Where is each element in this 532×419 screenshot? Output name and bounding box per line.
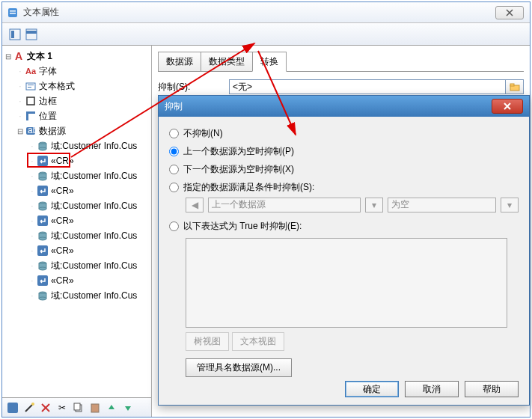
- top-toolbar: [2, 23, 530, 46]
- tree-item[interactable]: ·位置: [4, 108, 150, 123]
- window-title: 文本属性: [23, 6, 495, 19]
- tab-datasource[interactable]: 数据源: [158, 52, 201, 71]
- suppress-browse-button[interactable]: [506, 79, 524, 94]
- radio-condition[interactable]: 指定的数据源满足条件时抑制(S):: [169, 178, 519, 196]
- tree-item[interactable]: ·域:Customer Info.Cus: [4, 198, 150, 213]
- svg-rect-8: [28, 85, 34, 85]
- svg-point-29: [39, 237, 46, 240]
- position-icon: [25, 110, 37, 122]
- cr-icon: [37, 245, 49, 257]
- radio-prev-empty[interactable]: 上一个数据源为空时抑制(P): [169, 142, 519, 160]
- svg-rect-26: [37, 215, 48, 226]
- expression-textarea: [186, 238, 507, 328]
- bottom-toolbar: ✂: [2, 397, 151, 417]
- datasource-select: 上一个数据源: [208, 198, 361, 212]
- tool-paste-icon[interactable]: [89, 402, 101, 414]
- suppress-dialog: 抑制 不抑制(N) 上一个数据源为空时抑制(P) 下一个数据源为空时抑制(X) …: [158, 95, 530, 406]
- cancel-button[interactable]: 取消: [405, 381, 459, 397]
- svg-rect-4: [11, 31, 14, 38]
- tool-down-icon[interactable]: [122, 402, 134, 414]
- radio-no-suppress[interactable]: 不抑制(N): [169, 124, 519, 142]
- layout-icon-2[interactable]: [25, 28, 38, 41]
- tree-item[interactable]: ·文本格式: [4, 79, 150, 94]
- svg-rect-1: [10, 10, 16, 12]
- svg-point-21: [39, 177, 46, 180]
- svg-point-25: [39, 207, 46, 210]
- tree-item[interactable]: ·«CR»: [4, 273, 150, 288]
- svg-point-39: [31, 403, 34, 406]
- radio-next-empty[interactable]: 下一个数据源为空时抑制(X): [169, 160, 519, 178]
- app-icon: [7, 7, 19, 19]
- field-icon: [37, 140, 49, 152]
- ok-button[interactable]: 确定: [345, 381, 399, 397]
- tabs: 数据源 数据类型 转换: [158, 52, 524, 72]
- tab-textview: 文本视图: [232, 332, 284, 351]
- tool-up-icon[interactable]: [106, 402, 117, 414]
- svg-rect-41: [74, 403, 80, 410]
- dropdown-icon: ▾: [365, 198, 383, 212]
- svg-rect-38: [7, 403, 18, 413]
- field-icon: [37, 170, 49, 182]
- tree-item[interactable]: ·域:Customer Info.Cus: [4, 258, 150, 273]
- svg-rect-34: [37, 275, 48, 286]
- manage-named-ds-button[interactable]: 管理具名数据源(M)...: [186, 358, 292, 377]
- field-icon: [37, 230, 49, 242]
- field-icon: [37, 260, 49, 272]
- tab-datatype[interactable]: 数据类型: [201, 52, 253, 71]
- text-icon: A: [13, 50, 25, 62]
- cr-icon: [37, 215, 49, 227]
- textfmt-icon: [25, 80, 37, 92]
- svg-rect-10: [27, 97, 34, 105]
- tree-panel: ⊟ A 文本 1 ·Aa字体·文本格式·边框·位置⊟ab数据源·域:Custom…: [2, 46, 152, 417]
- tree[interactable]: ⊟ A 文本 1 ·Aa字体·文本格式·边框·位置⊟ab数据源·域:Custom…: [2, 46, 151, 397]
- dialog-close-button[interactable]: [492, 99, 523, 114]
- tree-root[interactable]: ⊟ A 文本 1: [4, 49, 150, 64]
- cr-icon: [37, 185, 49, 197]
- tree-item[interactable]: ·域:Customer Info.Cus: [4, 138, 150, 153]
- radio-expression[interactable]: 以下表达式为 True 时抑制(E):: [169, 217, 519, 235]
- tree-item[interactable]: ·域:Customer Info.Cus: [4, 168, 150, 183]
- tool-cut-icon[interactable]: ✂: [56, 402, 68, 414]
- field-icon: [37, 200, 49, 212]
- condition-select: 为空: [388, 198, 496, 212]
- tree-item[interactable]: ⊟ab数据源: [4, 123, 150, 138]
- tool-copy-icon[interactable]: [73, 402, 85, 414]
- cr-icon: [37, 155, 49, 167]
- help-button[interactable]: 帮助: [465, 381, 519, 397]
- layout-icon-1[interactable]: [8, 28, 22, 41]
- cr-icon: [37, 275, 49, 287]
- field-icon: [37, 290, 49, 302]
- tree-item[interactable]: ·域:Customer Info.Cus: [4, 288, 150, 303]
- tree-item[interactable]: ·«CR»: [4, 243, 150, 258]
- tab-treeview: 树视图: [186, 332, 229, 351]
- svg-rect-30: [37, 245, 48, 256]
- svg-rect-12: [26, 111, 35, 114]
- titlebar: 文本属性: [2, 2, 530, 23]
- tree-item[interactable]: ·域:Customer Info.Cus: [4, 228, 150, 243]
- suppress-label: 抑制(S):: [158, 81, 229, 94]
- tool-field-icon[interactable]: [7, 402, 19, 414]
- tool-wand-icon[interactable]: [23, 402, 35, 414]
- svg-rect-42: [91, 404, 99, 412]
- svg-point-37: [39, 297, 46, 300]
- svg-text:ab: ab: [28, 126, 36, 135]
- suppress-input[interactable]: [229, 79, 506, 94]
- svg-point-33: [39, 267, 46, 270]
- close-button[interactable]: [495, 6, 524, 19]
- tab-transform[interactable]: 转换: [252, 52, 287, 72]
- svg-rect-18: [37, 156, 48, 166]
- tree-item[interactable]: ·边框: [4, 94, 150, 108]
- svg-rect-2: [10, 13, 16, 14]
- tool-delete-icon[interactable]: [40, 402, 52, 414]
- tree-item[interactable]: ·«CR»: [4, 213, 150, 228]
- tree-item[interactable]: ·«CR»: [4, 183, 150, 198]
- tree-item[interactable]: ·«CR»: [4, 153, 150, 168]
- dialog-title: 抑制: [165, 100, 492, 113]
- dropdown-icon-2: ▾: [501, 198, 519, 212]
- prev-ds-button: ◀: [186, 198, 204, 212]
- suppress-row: 抑制(S):: [158, 79, 524, 94]
- border-icon: [25, 95, 37, 107]
- tree-item[interactable]: ·Aa字体: [4, 64, 150, 79]
- svg-rect-44: [510, 84, 514, 86]
- datasource-icon: ab: [25, 125, 37, 137]
